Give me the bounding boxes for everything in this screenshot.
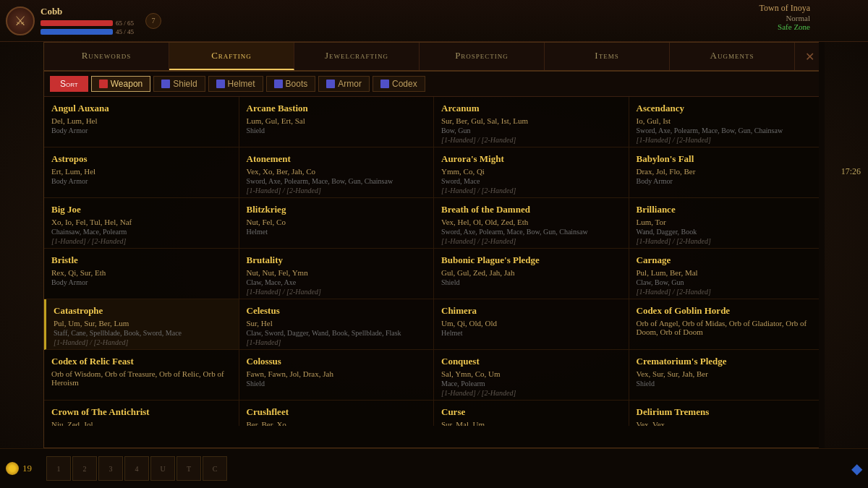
item-name: Ascendancy: [637, 103, 817, 114]
hotbar-slot-6[interactable]: T: [176, 456, 201, 481]
item-name: Bubonic Plague's Pledge: [441, 254, 621, 266]
filter-row: Sort Weapon Shield Helmet Boots Armor Co…: [44, 72, 824, 97]
item-type: Sword, Axe, Polearm, Mace, Bow, Gun, Cha…: [247, 177, 427, 185]
item-runes: Lum, Gul, Ert, Sal: [247, 116, 427, 125]
item-cell[interactable]: BristleRex, Qi, Sur, EthBody Armor: [44, 249, 239, 299]
item-cell[interactable]: ColossusFawn, Fawn, Jol, Drax, JahShield: [239, 350, 435, 401]
item-type: Chainsaw, Mace, Polearm: [51, 228, 231, 236]
tab-items[interactable]: Items: [545, 43, 670, 70]
item-cell[interactable]: CelestusSur, HelClaw, Sword, Dagger, Wan…: [239, 299, 435, 350]
item-cell[interactable]: BrutalityNut, Nut, Fel, YmnClaw, Mace, A…: [239, 249, 435, 299]
item-type: Body Armor: [51, 177, 231, 185]
item-cell[interactable]: Codex of Relic FeastOrb of Wisdom, Orb o…: [44, 350, 239, 401]
item-type: Claw, Sword, Dagger, Wand, Book, Spellbl…: [247, 329, 427, 337]
top-bar: ⚔ Cobb 65 / 65 45 / 45 7 Town: [0, 0, 868, 42]
item-hands: [1-Handed] / [2-Handed]: [441, 237, 621, 245]
items-grid: Angul AuxanaDel, Lum, HelBody ArmorArcan…: [44, 97, 824, 426]
item-hands: [1-Handed] / [2-Handed]: [637, 237, 817, 245]
item-hands: [1-Handed] / [2-Handed]: [247, 288, 427, 296]
item-cell[interactable]: ChimeraUm, Qi, Old, OldHelmet: [434, 299, 629, 350]
item-runes: Drax, Jol, Flo, Ber: [637, 167, 817, 176]
item-type: Bow, Gun: [441, 127, 621, 134]
gold-display: 19: [6, 462, 32, 475]
hotbar-slot-3[interactable]: 3: [98, 456, 123, 481]
item-hands: [1-Handed] / [2-Handed]: [637, 288, 817, 296]
item-cell[interactable]: CrushfleetBer, Ber, XoBoots: [239, 401, 435, 426]
filter-weapon-button[interactable]: Weapon: [91, 76, 150, 92]
shield-icon: [161, 80, 170, 88]
tab-augments[interactable]: Augments: [670, 43, 795, 70]
item-name: Arcane Bastion: [247, 103, 427, 114]
item-runes: Vex, Sur, Sur, Jah, Ber: [637, 369, 817, 378]
filter-boots-button[interactable]: Boots: [266, 76, 316, 92]
bar-container: 65 / 65 45 / 45: [41, 20, 134, 35]
item-cell[interactable]: CarnagePul, Lum, Ber, MalClaw, Bow, Gun[…: [629, 249, 825, 299]
tab-crafting[interactable]: Crafting: [169, 43, 294, 70]
item-type: Shield: [441, 278, 621, 286]
item-cell[interactable]: AscendancyIo, Gul, IstSword, Axe, Polear…: [629, 97, 825, 147]
hotbar-slot-5[interactable]: U: [150, 456, 175, 481]
item-cell[interactable]: Delirium TremensVex, VexHelmet: [629, 401, 825, 426]
filter-helmet-button[interactable]: Helmet: [208, 76, 263, 92]
location-mode: Normal: [760, 14, 810, 22]
item-type: Body Armor: [637, 177, 817, 185]
sort-button[interactable]: Sort: [50, 76, 88, 92]
filter-shield-label: Shield: [173, 79, 197, 89]
item-runes: Vex, Hel, Ol, Old, Zed, Eth: [441, 218, 621, 226]
player-info: ⚔ Cobb 65 / 65 45 / 45 7: [6, 6, 161, 35]
hotbar-slot-1[interactable]: 1: [46, 456, 71, 481]
item-name: Curse: [441, 406, 621, 418]
item-cell[interactable]: Crown of The AntichristNju, Zed, JolHelm…: [44, 401, 239, 426]
item-name: Blitzkrieg: [247, 204, 427, 215]
bottom-bar: 19 1234UTC ◆: [0, 448, 868, 488]
item-cell[interactable]: Crematorium's PledgeVex, Sur, Sur, Jah, …: [629, 350, 825, 401]
tab-prospecting[interactable]: Prospecting: [420, 43, 545, 70]
filter-codex-button[interactable]: Codex: [373, 76, 425, 92]
item-cell[interactable]: Babylon's FallDrax, Jol, Flo, BerBody Ar…: [629, 147, 825, 198]
hotbar-slot-7[interactable]: C: [203, 456, 227, 481]
item-cell[interactable]: AtonementVex, Xo, Ber, Jah, CoSword, Axe…: [239, 147, 435, 198]
item-cell[interactable]: CurseSur, Mal, UmHelmet: [434, 401, 629, 426]
item-name: Arcanum: [441, 103, 621, 114]
item-name: Bristle: [51, 254, 231, 266]
item-runes: Pul, Lum, Ber, Mal: [637, 268, 817, 277]
hotbar-slot-2[interactable]: 2: [72, 456, 97, 481]
tab-runewords[interactable]: Runewords: [44, 43, 169, 70]
scrollbar[interactable]: [819, 42, 825, 448]
item-cell[interactable]: Codex of Goblin HordeOrb of Angel, Orb o…: [629, 299, 825, 350]
filter-boots-label: Boots: [286, 79, 308, 89]
filter-helmet-label: Helmet: [228, 79, 255, 89]
item-cell[interactable]: AstroposErt, Lum, HelBody Armor: [44, 147, 239, 198]
filter-armor-button[interactable]: Armor: [318, 76, 370, 92]
weapon-icon: [99, 80, 108, 88]
armor-icon: [326, 80, 335, 88]
item-cell[interactable]: Arcane BastionLum, Gul, Ert, SalShield: [239, 97, 435, 147]
item-type: Sword, Mace: [441, 177, 621, 185]
level-badge: 7: [145, 13, 161, 29]
item-cell[interactable]: ConquestSal, Ymn, Co, UmMace, Polearm[1-…: [434, 350, 629, 401]
codex-icon: [380, 80, 389, 88]
item-runes: Xo, Io, Fel, Tul, Hel, Naf: [51, 218, 231, 226]
item-cell[interactable]: Bubonic Plague's PledgeGul, Gul, Zed, Ja…: [434, 249, 629, 299]
item-runes: Sal, Ymn, Co, Um: [441, 369, 621, 378]
item-cell[interactable]: BlitzkriegNut, Fel, CoHelmet: [239, 198, 435, 249]
item-runes: Lum, Tor: [637, 218, 817, 226]
item-runes: Ymm, Co, Qi: [441, 167, 621, 176]
item-cell[interactable]: Angul AuxanaDel, Lum, HelBody Armor: [44, 97, 239, 147]
main-panel: Runewords Crafting Jewelcrafting Prospec…: [43, 42, 825, 448]
hp-fill: [41, 20, 113, 26]
location-name: Town of Inoya: [760, 3, 810, 14]
filter-shield-button[interactable]: Shield: [153, 76, 205, 92]
location-zone: Safe Zone: [760, 22, 810, 31]
item-cell[interactable]: Big JoeXo, Io, Fel, Tul, Hel, NafChainsa…: [44, 198, 239, 249]
item-name: Breath of the Damned: [441, 204, 621, 215]
item-cell[interactable]: Breath of the DamnedVex, Hel, Ol, Old, Z…: [434, 198, 629, 249]
item-runes: Sur, Mal, Um: [441, 420, 621, 426]
item-cell[interactable]: ArcanumSur, Ber, Gul, Sal, Ist, LumBow, …: [434, 97, 629, 147]
item-cell[interactable]: BrillianceLum, TorWand, Dagger, Book[1-H…: [629, 198, 825, 249]
tab-jewelcrafting[interactable]: Jewelcrafting: [294, 43, 420, 70]
item-cell[interactable]: Aurora's MightYmm, Co, QiSword, Mace[1-H…: [434, 147, 629, 198]
hotbar-slot-4[interactable]: 4: [124, 456, 149, 481]
item-cell[interactable]: CatastrophePul, Um, Sur, Ber, LumStaff, …: [44, 299, 239, 350]
item-runes: Um, Qi, Old, Old: [441, 319, 621, 328]
